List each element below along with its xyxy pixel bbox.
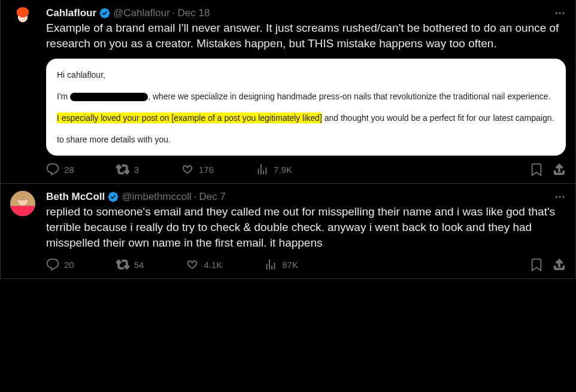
retweet-count: 3 bbox=[134, 165, 139, 175]
tweet-main: Cahlaflour @Cahlaflour · Dec 18 Example … bbox=[46, 7, 566, 178]
like-button[interactable]: 4.1K bbox=[186, 258, 222, 271]
email-line2-b: , where we specialize in designing handm… bbox=[148, 92, 550, 101]
bookmark-button[interactable] bbox=[530, 163, 543, 176]
email-greeting: Hi cahlaflour, bbox=[57, 68, 555, 81]
share-icon bbox=[553, 258, 566, 271]
verified-badge-icon bbox=[107, 191, 119, 203]
heart-icon bbox=[181, 163, 194, 176]
retweet-icon bbox=[116, 258, 129, 271]
email-line3-rest: and thought you would be a perfect fit f… bbox=[322, 113, 554, 123]
reply-icon bbox=[46, 258, 59, 271]
tweet-actions: 28 3 176 7.9K bbox=[46, 163, 566, 178]
share-button[interactable] bbox=[553, 258, 566, 271]
retweet-button[interactable]: 54 bbox=[116, 258, 144, 271]
retweet-icon bbox=[116, 163, 129, 176]
tweet[interactable]: Cahlaflour @Cahlaflour · Dec 18 Example … bbox=[1, 0, 575, 184]
tweet-actions: 20 54 4.1K 87K bbox=[46, 258, 566, 274]
separator: · bbox=[194, 191, 197, 203]
tweet-feed: Cahlaflour @Cahlaflour · Dec 18 Example … bbox=[0, 0, 576, 279]
svg-point-4 bbox=[559, 196, 560, 197]
avatar[interactable] bbox=[10, 7, 35, 32]
share-button[interactable] bbox=[553, 163, 566, 176]
reply-icon bbox=[46, 163, 59, 176]
tweet-main: Beth McColl @imbethmccoll · Dec 7 replie… bbox=[46, 191, 566, 274]
redacted-block bbox=[70, 93, 148, 101]
views-button[interactable]: 87K bbox=[264, 258, 298, 271]
tweet-header: Cahlaflour @Cahlaflour · Dec 18 bbox=[46, 7, 566, 19]
like-count: 4.1K bbox=[204, 260, 222, 270]
views-button[interactable]: 7.9K bbox=[256, 163, 292, 176]
views-icon bbox=[264, 258, 277, 271]
bookmark-button[interactable] bbox=[530, 258, 543, 271]
views-icon bbox=[256, 163, 269, 176]
tweet-text: Example of a brand email I'll never answ… bbox=[46, 20, 566, 51]
display-name[interactable]: Beth McColl bbox=[46, 191, 105, 203]
more-options-icon[interactable] bbox=[554, 7, 566, 19]
tweet-date[interactable]: Dec 7 bbox=[199, 191, 225, 203]
svg-point-5 bbox=[562, 196, 564, 197]
user-handle[interactable]: @Cahlaflour bbox=[113, 7, 170, 19]
email-line2-a: I'm bbox=[57, 92, 70, 101]
avatar-column bbox=[10, 191, 39, 274]
user-handle[interactable]: @imbethmccoll bbox=[122, 191, 191, 203]
retweet-button[interactable]: 3 bbox=[116, 163, 139, 176]
email-line3: I especially loved your post on [example… bbox=[57, 111, 555, 124]
avatar[interactable] bbox=[10, 191, 35, 216]
tweet-text: replied to someone's email and they call… bbox=[46, 204, 566, 251]
svg-point-1 bbox=[559, 12, 560, 14]
reply-count: 20 bbox=[64, 260, 74, 270]
reply-button[interactable]: 28 bbox=[46, 163, 74, 176]
retweet-count: 54 bbox=[134, 260, 144, 270]
verified-badge-icon bbox=[99, 7, 111, 19]
svg-point-0 bbox=[556, 12, 557, 14]
like-button[interactable]: 176 bbox=[181, 163, 214, 176]
more-options-icon[interactable] bbox=[554, 191, 566, 203]
embedded-image-email[interactable]: Hi cahlaflour, I'm , where we specialize… bbox=[46, 59, 566, 156]
reply-button[interactable]: 20 bbox=[46, 258, 74, 271]
like-count: 176 bbox=[199, 165, 214, 175]
email-line4: to share more details with you. bbox=[57, 133, 555, 146]
view-count: 7.9K bbox=[274, 165, 292, 175]
tweet[interactable]: Beth McColl @imbethmccoll · Dec 7 replie… bbox=[1, 184, 575, 279]
reply-count: 28 bbox=[64, 165, 74, 175]
tweet-date[interactable]: Dec 18 bbox=[178, 7, 210, 19]
svg-point-2 bbox=[562, 12, 564, 14]
highlighted-text: I especially loved your post on [example… bbox=[57, 113, 322, 123]
view-count: 87K bbox=[282, 260, 298, 270]
display-name[interactable]: Cahlaflour bbox=[46, 7, 96, 19]
heart-icon bbox=[186, 258, 199, 271]
avatar-column bbox=[10, 7, 39, 178]
separator: · bbox=[172, 7, 175, 19]
tweet-header: Beth McColl @imbethmccoll · Dec 7 bbox=[46, 191, 566, 203]
email-line2: I'm , where we specialize in designing h… bbox=[57, 90, 555, 103]
bookmark-icon bbox=[530, 163, 543, 176]
share-icon bbox=[553, 163, 566, 176]
bookmark-icon bbox=[530, 258, 543, 271]
svg-point-3 bbox=[556, 196, 557, 197]
